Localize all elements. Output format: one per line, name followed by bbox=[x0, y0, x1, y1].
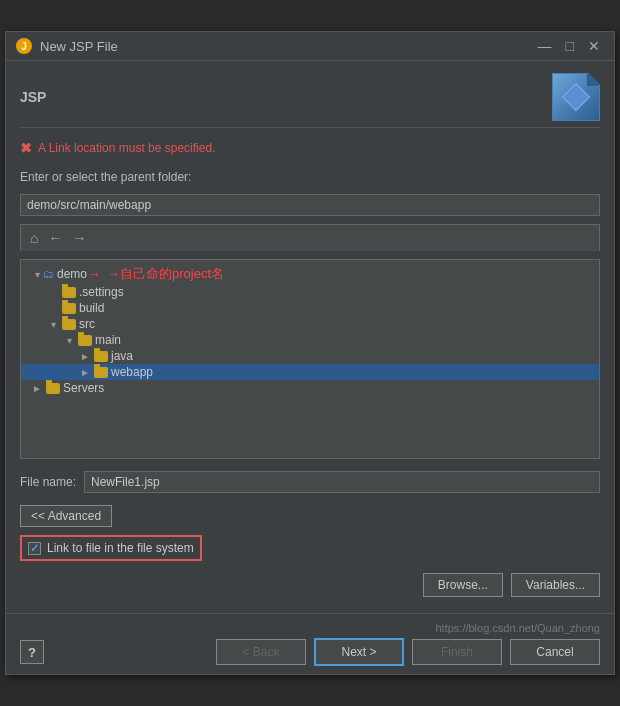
folder-input[interactable] bbox=[20, 194, 600, 216]
folder-icon-webapp bbox=[94, 367, 108, 378]
maximize-button[interactable]: □ bbox=[562, 38, 578, 54]
window-icon: J bbox=[16, 38, 32, 54]
close-button[interactable]: ✕ bbox=[584, 38, 604, 54]
folder-icon-settings bbox=[62, 287, 76, 298]
footer-buttons: ? < Back Next > Finish Cancel bbox=[20, 638, 600, 666]
filename-input[interactable] bbox=[84, 471, 600, 493]
help-button[interactable]: ? bbox=[20, 640, 44, 664]
tree-toggle-main[interactable]: ▾ bbox=[63, 335, 75, 346]
tree-item-build[interactable]: build bbox=[21, 300, 599, 316]
tree-item-webapp[interactable]: ► webapp bbox=[21, 364, 599, 380]
link-checkbox-row: ✓ Link to file in the file system bbox=[20, 535, 202, 561]
link-checkbox[interactable]: ✓ bbox=[28, 542, 41, 555]
tree-item-servers[interactable]: ► Servers bbox=[21, 380, 599, 396]
browse-button[interactable]: Browse... bbox=[423, 573, 503, 597]
filename-label: File name: bbox=[20, 475, 76, 489]
folder-icon-main bbox=[78, 335, 92, 346]
section-title: JSP bbox=[20, 89, 46, 105]
tree-toggle-java[interactable]: ► bbox=[79, 351, 91, 362]
tree-label-webapp: webapp bbox=[111, 365, 153, 379]
back-button[interactable]: < Back bbox=[216, 639, 306, 665]
tree-label-java: java bbox=[111, 349, 133, 363]
error-message: A Link location must be specified. bbox=[38, 141, 215, 155]
next-button[interactable]: Next > bbox=[314, 638, 404, 666]
filename-row: File name: bbox=[20, 467, 600, 497]
folder-icon-build bbox=[62, 303, 76, 314]
dialog-footer: https://blog.csdn.net/Quan_zhong ? < Bac… bbox=[6, 613, 614, 674]
folder-icon-servers bbox=[46, 383, 60, 394]
link-label: Link to file in the file system bbox=[47, 541, 194, 555]
cancel-button[interactable]: Cancel bbox=[510, 639, 600, 665]
browse-row: Browse... Variables... bbox=[20, 569, 600, 601]
forward-nav-button[interactable]: → bbox=[69, 229, 89, 247]
tree-label-main: main bbox=[95, 333, 121, 347]
section-header: JSP bbox=[20, 73, 600, 128]
minimize-button[interactable]: — bbox=[534, 38, 556, 54]
error-row: ✖ A Link location must be specified. bbox=[20, 136, 600, 160]
home-button[interactable]: ⌂ bbox=[27, 229, 41, 247]
tree-label-servers: Servers bbox=[63, 381, 104, 395]
folder-icon-java bbox=[94, 351, 108, 362]
tree-toggle-servers[interactable]: ► bbox=[31, 383, 43, 394]
tree-item-demo[interactable]: ▾ 🗂 demo → →自己命的project名 bbox=[21, 264, 599, 284]
tree-item-java[interactable]: ► java bbox=[21, 348, 599, 364]
dialog-content: JSP ✖ A Link location must be specified.… bbox=[6, 61, 614, 613]
tree-toggle-demo[interactable]: ▾ bbox=[31, 269, 43, 280]
folder-icon-src bbox=[62, 319, 76, 330]
back-nav-button[interactable]: ← bbox=[45, 229, 65, 247]
folder-label: Enter or select the parent folder: bbox=[20, 168, 600, 186]
tree-item-src[interactable]: ▾ src bbox=[21, 316, 599, 332]
window-controls: — □ ✕ bbox=[534, 38, 604, 54]
tree-label-demo: demo bbox=[57, 267, 87, 281]
tree-label-settings: .settings bbox=[79, 285, 124, 299]
tree-toggle-webapp[interactable]: ► bbox=[79, 367, 91, 378]
annotation-arrow: → bbox=[87, 266, 101, 282]
error-icon: ✖ bbox=[20, 140, 32, 156]
tree-toolbar: ⌂ ← → bbox=[20, 224, 600, 251]
dialog-window: J New JSP File — □ ✕ JSP ✖ A Link locati… bbox=[5, 31, 615, 675]
title-bar-left: J New JSP File bbox=[16, 38, 118, 54]
tree-label-build: build bbox=[79, 301, 104, 315]
tree-toggle-src[interactable]: ▾ bbox=[47, 319, 59, 330]
project-icon: 🗂 bbox=[43, 268, 54, 280]
jsp-diamond bbox=[562, 83, 590, 111]
finish-button[interactable]: Finish bbox=[412, 639, 502, 665]
tree-label-src: src bbox=[79, 317, 95, 331]
title-bar: J New JSP File — □ ✕ bbox=[6, 32, 614, 61]
advanced-button[interactable]: << Advanced bbox=[20, 505, 112, 527]
annotation-text: →自己命的project名 bbox=[107, 265, 224, 283]
jsp-file-icon bbox=[552, 73, 600, 121]
tree-view[interactable]: ▾ 🗂 demo → →自己命的project名 .settings build bbox=[20, 259, 600, 459]
window-title: New JSP File bbox=[40, 39, 118, 54]
checkbox-check: ✓ bbox=[30, 542, 39, 555]
variables-button[interactable]: Variables... bbox=[511, 573, 600, 597]
tree-item-settings[interactable]: .settings bbox=[21, 284, 599, 300]
footer-url: https://blog.csdn.net/Quan_zhong bbox=[20, 622, 600, 634]
tree-item-main[interactable]: ▾ main bbox=[21, 332, 599, 348]
